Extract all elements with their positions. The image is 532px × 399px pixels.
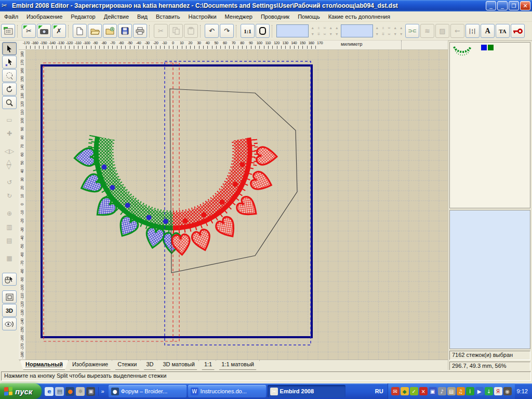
lasso-select-tool-icon[interactable]	[2, 69, 17, 82]
minimize-all-icon[interactable]: _	[497, 1, 508, 10]
redraw-window-icon[interactable]	[2, 290, 17, 303]
compensation-icon[interactable]: ≋	[420, 24, 434, 38]
manager-icon[interactable]	[1, 24, 15, 38]
ruler-label: 70	[20, 144, 24, 148]
menu-item[interactable]: Какие есть дополнения	[324, 12, 394, 21]
stitch-order-buttons-1[interactable]: ▲±≍▲▲ ▼∓≍▼▼	[310, 25, 340, 37]
windows-copy-icon[interactable]: ▣	[429, 387, 437, 395]
menu-item[interactable]: Действие	[100, 12, 133, 21]
editor-icon[interactable]: ▣	[86, 387, 95, 396]
task-button[interactable]: ✂ Embird 2008	[268, 385, 345, 397]
view-3d-icon[interactable]: 3D	[2, 304, 17, 317]
new-file-icon[interactable]	[73, 24, 87, 38]
align-center-vertical-icon[interactable]: ▤	[2, 234, 17, 247]
view-tab[interactable]: 1:1 матовый	[216, 360, 260, 370]
design-canvas[interactable]	[26, 50, 448, 360]
menu-item[interactable]: Изображение	[22, 12, 66, 21]
undo-icon[interactable]: ↶	[205, 24, 219, 38]
menu-item[interactable]: Менеджер	[221, 12, 257, 21]
monitor-icon[interactable]: ▶	[475, 387, 484, 395]
align-center-horizontal-icon[interactable]: ▥	[2, 221, 17, 233]
redraw-eye-icon[interactable]	[2, 317, 17, 330]
open-file-icon[interactable]	[88, 24, 102, 38]
select-stitches-tool-icon[interactable]	[2, 56, 17, 69]
task-button[interactable]: W Instrucciones.do...	[188, 385, 266, 397]
ruler-label: -70	[20, 261, 24, 265]
view-tab[interactable]: Стежки	[112, 360, 142, 370]
stitch-order-buttons-2[interactable]: ▲±≍▲▲ ▼∓≍▼▼	[374, 25, 404, 37]
language-indicator[interactable]: RU	[371, 388, 388, 394]
agent-icon[interactable]: ◆	[401, 387, 409, 395]
capture-icon[interactable]: ◉	[503, 387, 512, 395]
density-icon[interactable]: ▨	[435, 24, 449, 38]
mirror-vertical-icon[interactable]: ◁▷	[3, 157, 16, 172]
cut-icon[interactable]: ✂	[154, 24, 168, 38]
menu-item[interactable]: Помощь	[294, 12, 324, 21]
show-desktop-icon[interactable]: ▤	[55, 387, 64, 396]
task-button[interactable]: ● Форум – Broider...	[109, 385, 187, 397]
close-icon[interactable]: ✕	[520, 1, 530, 10]
rotate-tool-icon[interactable]	[2, 83, 17, 96]
view-tab[interactable]: Изображение	[66, 360, 114, 370]
paste-icon[interactable]	[184, 24, 198, 38]
password-icon[interactable]	[511, 24, 525, 38]
overflow-chevron[interactable]: »	[99, 388, 106, 394]
copy-icon[interactable]	[169, 24, 183, 38]
firefox-icon[interactable]: ●	[65, 387, 74, 396]
thread-palette-list-1[interactable]	[276, 24, 309, 37]
menu-item[interactable]: Вид	[133, 12, 152, 21]
rotate-ccw-icon[interactable]: ↺	[2, 176, 17, 189]
info-icon[interactable]: i	[466, 387, 474, 395]
printer-icon[interactable]: ▤	[447, 387, 456, 395]
resize-tool-icon[interactable]: ▭	[2, 114, 17, 126]
settings-icon[interactable]: ☼	[76, 387, 85, 396]
object-list-item[interactable]	[450, 43, 530, 59]
underlay-icon[interactable]: ⇜	[450, 24, 464, 38]
add-file-icon[interactable]	[103, 24, 117, 38]
menu-item[interactable]: Вставить	[152, 12, 184, 21]
select-tool-icon[interactable]	[2, 42, 17, 55]
menu-item[interactable]: Файл	[0, 12, 22, 21]
view-tab[interactable]: 1:1	[198, 360, 218, 370]
join-ends-icon[interactable]: ⊃⊂	[405, 24, 419, 38]
minimize-icon[interactable]: _	[486, 1, 496, 10]
start-button[interactable]: пуск	[0, 383, 42, 399]
restore-icon[interactable]: ❒	[509, 1, 519, 10]
mirror-horizontal-icon[interactable]: ◁▷	[2, 145, 17, 157]
hoop-icon[interactable]	[256, 24, 270, 38]
move-tool-icon[interactable]: ✚	[2, 127, 17, 140]
stitch-bars-icon[interactable]: |¦|	[466, 24, 480, 38]
monogram-icon[interactable]: TA	[496, 24, 510, 38]
menu-item[interactable]: Проводник	[257, 12, 294, 21]
volume-icon[interactable]: ♫	[457, 387, 465, 395]
view-tab[interactable]: 3D матовый	[157, 360, 200, 370]
thread-color-chip[interactable]	[488, 45, 494, 50]
view-tab[interactable]: 3D	[140, 360, 159, 370]
print-icon[interactable]	[133, 24, 147, 38]
view-tab[interactable]: Нормальный	[20, 360, 69, 370]
zoom-tool-icon[interactable]	[2, 96, 17, 109]
mail-icon[interactable]: ✉	[391, 387, 400, 395]
outline-selection-icon[interactable]: ▦	[2, 252, 17, 264]
download-icon[interactable]: ↓	[485, 387, 493, 395]
redo-icon[interactable]: ↷	[220, 24, 234, 38]
antivirus-icon[interactable]: ✓	[410, 387, 418, 395]
yandex-icon[interactable]: Я	[494, 387, 502, 395]
rotate-cw-icon[interactable]: ↻	[2, 190, 17, 202]
menu-item[interactable]: Редактор	[66, 12, 99, 21]
save-icon[interactable]	[118, 24, 132, 38]
ie-icon[interactable]: e	[45, 387, 54, 396]
firewall-icon[interactable]: ×	[419, 387, 428, 395]
scale-1-1-icon[interactable]: 1:1	[241, 24, 255, 38]
camera-icon[interactable]	[37, 24, 51, 38]
delete-stitches-icon[interactable]: ✗	[52, 24, 66, 38]
thread-color-chip[interactable]	[481, 45, 487, 50]
mouse-functions-icon[interactable]	[2, 273, 17, 286]
menu-item[interactable]: Настройки	[184, 12, 221, 21]
split-stitches-icon[interactable]: ✂	[22, 24, 36, 38]
thread-palette-list-2[interactable]	[341, 24, 373, 37]
center-design-icon[interactable]: ⊕	[2, 207, 17, 220]
audio-icon[interactable]: ♪	[438, 387, 446, 395]
text-icon[interactable]: A	[481, 24, 495, 38]
object-list[interactable]	[449, 42, 530, 208]
